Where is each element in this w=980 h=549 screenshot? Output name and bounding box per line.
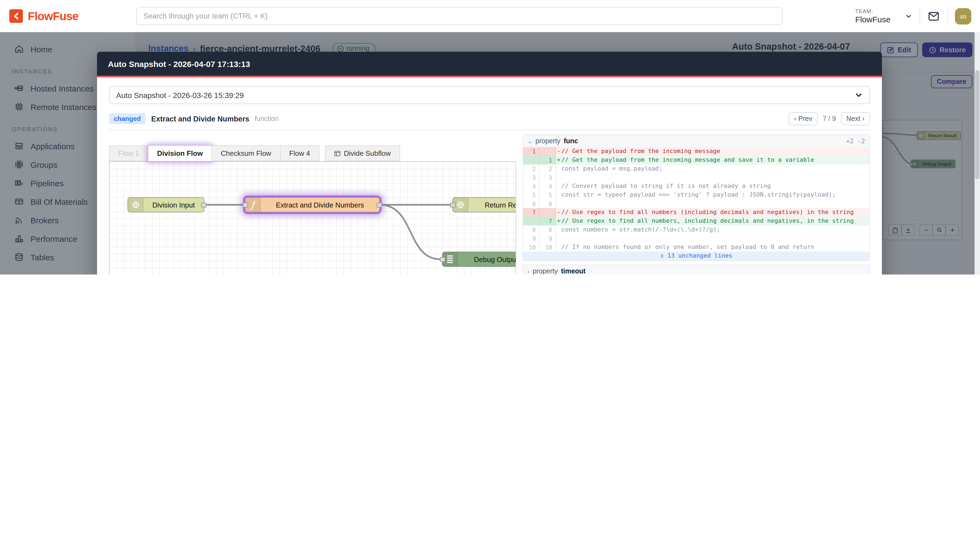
node-division-input[interactable]: Division Input — [127, 197, 204, 213]
modal-header: Auto Snapshot - 2026-04-07 17:13:13 — [97, 52, 882, 76]
new-line-number: 9 — [539, 234, 556, 243]
chevron-down-icon — [854, 91, 863, 99]
property-prefix: property — [533, 267, 558, 274]
property-name: timeout — [561, 267, 585, 274]
diff-code: const str = typeof payload === 'string' … — [562, 190, 836, 199]
property-name: func — [564, 137, 578, 145]
diff-sign — [556, 173, 562, 182]
node-label: Debug Output — [458, 252, 516, 267]
old-line-number — [523, 217, 539, 225]
old-line-number: 9 — [523, 234, 539, 243]
snapshot-diff-modal: Auto Snapshot - 2026-04-07 17:13:13 Auto… — [97, 52, 882, 274]
snapshot-select[interactable]: Auto Snapshot - 2026-03-26 15:39:29 — [109, 86, 870, 104]
diff-code: // Get the payload from the incoming mes… — [562, 156, 814, 165]
diff-code: // Use regex to find all numbers, includ… — [562, 217, 854, 225]
property-func-header[interactable]: ⌄ property func +2 -2 — [523, 135, 869, 147]
property-timeout-header[interactable]: › property timeout — [523, 265, 869, 274]
logo-text: FlowFuse — [28, 10, 78, 22]
old-line-number: 7 — [523, 208, 539, 217]
changed-badge: changed — [109, 113, 146, 124]
globe-icon — [128, 198, 143, 212]
diff-row: 55 const str = typeof payload === 'strin… — [523, 190, 869, 199]
old-line-number: 5 — [523, 190, 539, 199]
diff-row: 1 -// Get the payload from the incoming … — [523, 147, 869, 156]
node-extract-and-divide-numbers[interactable]: ƒ Extract and Divide Numbers — [245, 197, 380, 213]
new-line-number: 1 — [539, 156, 556, 165]
divider — [109, 130, 870, 130]
node-debug-output[interactable]: Debug Output — [442, 252, 516, 267]
flow-viewer: Flow 1 Division Flow Checksum Flow Flow … — [109, 145, 516, 274]
collapsed-lines-row[interactable]: ↕ 13 unchanged lines — [523, 252, 869, 260]
flow-canvas[interactable]: Division Input ƒ Extract and Divide Numb… — [109, 161, 516, 274]
diff-row: 99 — [523, 234, 869, 243]
old-line-number: 8 — [523, 225, 539, 234]
diff-row: 7 +// Use regex to find all numbers, inc… — [523, 217, 869, 225]
new-line-number: 3 — [539, 173, 556, 182]
diff-code: // If no numbers found or only one numbe… — [562, 243, 814, 252]
app-viewport: FlowFuse TEAM: FlowFuse an — [0, 0, 980, 274]
node-input-port[interactable] — [243, 203, 248, 208]
new-line-number — [539, 208, 556, 217]
team-name: FlowFuse — [855, 15, 891, 24]
diff-row: 1 +// Get the payload from the incoming … — [523, 156, 869, 165]
page-scrollbar[interactable] — [975, 32, 980, 274]
modal-body: Auto Snapshot - 2026-03-26 15:39:29 chan… — [97, 77, 882, 274]
prev-change-button[interactable]: ‹ Prev — [789, 112, 818, 125]
new-line-number: 4 — [539, 182, 556, 190]
diff-row: 66 — [523, 199, 869, 208]
node-output-port[interactable] — [201, 203, 207, 208]
unfold-icon: ↕ — [660, 252, 664, 259]
search-input[interactable] — [136, 7, 783, 25]
diff-row: 7 -// Use regex to find all numbers (inc… — [523, 208, 869, 217]
tab-checksum-flow[interactable]: Checksum Flow — [212, 145, 280, 161]
old-line-number: 6 — [523, 199, 539, 208]
flowfuse-logo-icon — [9, 9, 24, 24]
scrollbar-thumb[interactable] — [975, 70, 980, 179]
chevron-open-icon: ⌄ — [528, 138, 532, 144]
chevron-closed-icon: › — [528, 268, 530, 274]
old-line-number: 3 — [523, 173, 539, 182]
node-output-port[interactable] — [377, 203, 382, 208]
diff-sign: - — [556, 147, 562, 156]
diff-sign — [556, 165, 562, 173]
diff-code: const payload = msg.payload; — [562, 165, 662, 173]
old-line-number: 10 — [523, 243, 539, 252]
new-line-number: 8 — [539, 225, 556, 234]
diff-code: // Use regex to find all numbers (includ… — [562, 208, 854, 217]
tab-flow-1[interactable]: Flow 1 — [109, 145, 148, 161]
diff-panel: ⌄ property func +2 -2 1 -// Get the payl… — [523, 135, 870, 274]
tab-flow-4[interactable]: Flow 4 — [280, 145, 320, 161]
snapshot-select-value: Auto Snapshot - 2026-03-26 15:39:29 — [116, 91, 244, 99]
node-input-port[interactable] — [440, 257, 445, 262]
property-func-section: ⌄ property func +2 -2 1 -// Get the payl… — [523, 135, 870, 261]
diff-sign: + — [556, 217, 562, 225]
node-label: Return Result — [468, 198, 516, 212]
new-line-number — [539, 147, 556, 156]
property-timeout-section: › property timeout — [523, 265, 870, 274]
diff-row: 44 // Convert payload to string if it is… — [523, 182, 869, 190]
flowfuse-logo[interactable]: FlowFuse — [9, 9, 78, 24]
diff-sign — [556, 225, 562, 234]
team-label: TEAM: — [855, 8, 891, 14]
divider — [920, 7, 920, 25]
tab-division-flow[interactable]: Division Flow — [148, 145, 212, 161]
diff-row: 88 const numbers = str.match(/-?\d+(\.\d… — [523, 225, 869, 234]
node-input-port[interactable] — [450, 203, 456, 208]
notifications-button[interactable] — [927, 10, 940, 22]
changed-node-name: Extract and Divide Numbers — [151, 115, 249, 123]
mail-icon — [927, 10, 940, 22]
next-change-button[interactable]: Next › — [841, 112, 870, 125]
old-line-number: 4 — [523, 182, 539, 190]
node-return-result[interactable]: Return Result — [452, 197, 516, 213]
diff-sign — [556, 199, 562, 208]
new-line-number: 2 — [539, 165, 556, 173]
old-line-number: 1 — [523, 147, 539, 156]
avatar[interactable]: an — [955, 8, 971, 24]
tab-divide-subflow[interactable]: Divide Subflow — [325, 145, 400, 161]
diff-sign — [556, 234, 562, 243]
changed-node-type: function — [255, 115, 279, 122]
change-position: 7 / 9 — [823, 115, 836, 122]
new-line-number: 10 — [539, 243, 556, 252]
team-selector[interactable]: TEAM: FlowFuse — [855, 8, 912, 24]
new-line-number: 6 — [539, 199, 556, 208]
